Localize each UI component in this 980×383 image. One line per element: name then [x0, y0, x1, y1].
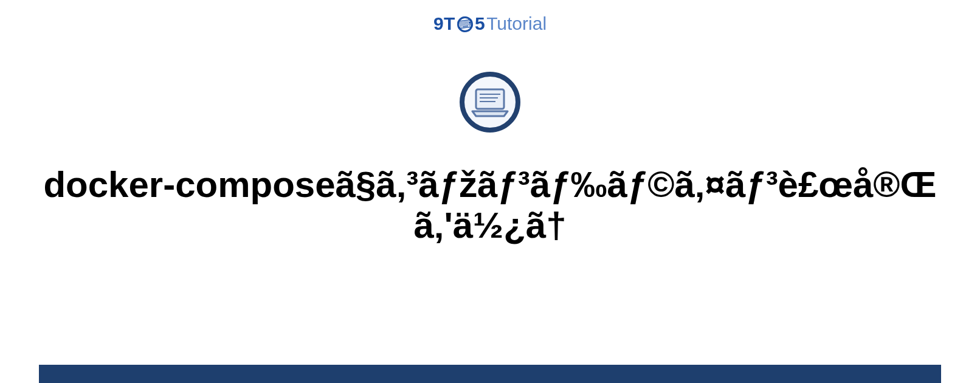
- svg-rect-0: [476, 89, 504, 109]
- laptop-icon: [460, 72, 520, 133]
- article-title: docker-composeã§ã‚³ãƒžãƒ³ãƒ‰ãƒ©ã‚¤ãƒ³è£œ…: [0, 164, 980, 246]
- logo-part-5: 5: [475, 13, 485, 34]
- logo-keyboard-icon: ⌨: [457, 16, 473, 32]
- footer-divider: [39, 365, 941, 383]
- page-root: 9T ⌨ 5 Tutorial docker-composeã§ã‚³ãƒžãƒ…: [0, 0, 980, 383]
- laptop-svg: [471, 87, 509, 117]
- site-logo: 9T ⌨ 5 Tutorial: [433, 13, 547, 34]
- logo-part-tutorial: Tutorial: [486, 13, 547, 34]
- logo-part-9t: 9T: [433, 13, 455, 34]
